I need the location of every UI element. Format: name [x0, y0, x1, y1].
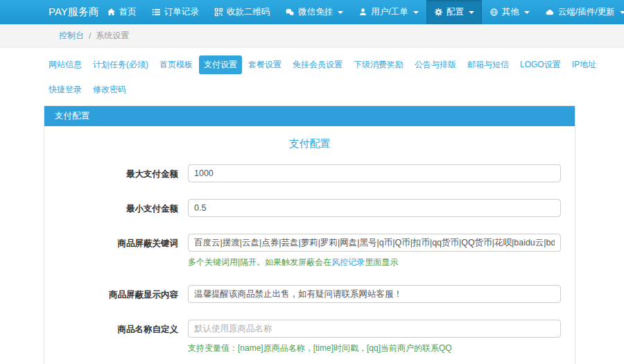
- tab-logo-settings[interactable]: LOGO设置: [515, 55, 566, 74]
- tab-email-sms[interactable]: 邮箱与短信: [462, 55, 514, 74]
- custom-product-name-help: 支持变量值：[name]原商品名称，[time]时间戳，[qq]当前商户的联系Q…: [188, 343, 561, 354]
- nav-item-label: 云端/插件/更新: [558, 6, 615, 18]
- tab-site-info[interactable]: 网站信息: [44, 55, 87, 74]
- panel-body: 支付配置 最大支付金额 最小支付金额 商品屏蔽关键词 多个关键词用|隔开。如果触…: [44, 126, 575, 364]
- globe-icon: [489, 8, 499, 17]
- nav-item-label: 首页: [119, 6, 137, 18]
- tab-home-template[interactable]: 首页模板: [155, 55, 198, 74]
- nav-item-orders[interactable]: 订单记录: [144, 0, 207, 24]
- tab-package-settings[interactable]: 套餐设置: [243, 55, 286, 74]
- field-row-blocked-message: 商品屏蔽显示内容: [51, 285, 568, 303]
- user-icon: [358, 8, 367, 17]
- field-row-blocked-keywords: 商品屏蔽关键词 多个关键词用|隔开。如果触发屏蔽会在风控记录里面显示: [51, 234, 568, 268]
- wechat-icon: [285, 8, 295, 17]
- nav-item-label: 微信免挂: [298, 6, 333, 18]
- tab-cron-tasks[interactable]: 计划任务(必须): [88, 55, 153, 74]
- field-row-min-amount: 最小支付金额: [51, 199, 568, 217]
- breadcrumb-separator: /: [89, 31, 91, 41]
- nav-item-label: 收款二维码: [227, 6, 270, 18]
- field-row-custom-product-name: 商品名称自定义 支持变量值：[name]原商品名称，[time]时间戳，[qq]…: [51, 320, 568, 354]
- field-label: 商品名称自定义: [51, 320, 188, 354]
- nav-item-users-tickets[interactable]: 用户/工单: [351, 0, 426, 24]
- chevron-down-icon: [469, 11, 474, 14]
- qrcode-icon: [214, 8, 223, 17]
- field-label: 商品屏蔽显示内容: [51, 285, 188, 303]
- brand-logo[interactable]: PAY服务商: [49, 0, 99, 24]
- tab-announcement-layout[interactable]: 公告与排版: [410, 55, 461, 74]
- chevron-down-icon: [620, 11, 624, 14]
- cloud-icon: [545, 8, 555, 17]
- chevron-down-icon: [413, 11, 419, 14]
- tab-change-password[interactable]: 修改密码: [88, 80, 131, 99]
- breadcrumb-current: 系统设置: [96, 30, 129, 42]
- field-label: 商品屏蔽关键词: [51, 234, 188, 268]
- payment-config-panel: 支付配置 支付配置 最大支付金额 最小支付金额 商品屏蔽关键词 多个关键词用|隔…: [44, 105, 575, 364]
- tab-referral-rewards[interactable]: 下级消费奖励: [349, 55, 408, 74]
- nav-item-wechat[interactable]: 微信免挂: [277, 0, 351, 24]
- panel-header: 支付配置: [44, 106, 575, 126]
- custom-product-name-input[interactable]: [188, 320, 561, 338]
- nav-item-others[interactable]: 其他: [482, 0, 537, 24]
- nav-item-home[interactable]: 首页: [99, 0, 144, 24]
- max-payment-amount-input[interactable]: [188, 164, 561, 182]
- risk-record-link[interactable]: 风控记录: [331, 257, 365, 267]
- top-navbar: PAY服务商 首页 订单记录 收款二维码 微信免挂 用户/工单: [0, 0, 624, 24]
- chevron-down-icon: [338, 11, 343, 14]
- field-label: 最大支付金额: [51, 164, 188, 182]
- tab-quick-login[interactable]: 快捷登录: [44, 80, 87, 99]
- field-label: 最小支付金额: [51, 199, 188, 217]
- blocked-message-input[interactable]: [188, 285, 561, 303]
- form-title: 支付配置: [51, 137, 568, 150]
- breadcrumb-home-link[interactable]: 控制台: [59, 30, 84, 42]
- nav-item-cloud-plugins[interactable]: 云端/插件/更新: [537, 0, 624, 24]
- nav-item-label: 订单记录: [164, 6, 199, 18]
- settings-tab-bar: 网站信息 计划任务(必须) 首页模板 支付设置 套餐设置 免挂会员设置 下级消费…: [44, 55, 605, 105]
- nav-item-config[interactable]: 配置: [426, 0, 482, 24]
- blocked-keywords-input[interactable]: [188, 234, 561, 252]
- nav-item-qrcode[interactable]: 收款二维码: [207, 0, 278, 24]
- nav-item-label: 配置: [447, 6, 464, 18]
- breadcrumb: 控制台 / 系统设置: [0, 24, 624, 48]
- field-row-max-amount: 最大支付金额: [51, 164, 568, 182]
- blocked-keywords-help: 多个关键词用|隔开。如果触发屏蔽会在风控记录里面显示: [188, 257, 561, 268]
- min-payment-amount-input[interactable]: [188, 199, 561, 217]
- list-icon: [152, 8, 161, 17]
- tab-payment-settings[interactable]: 支付设置: [199, 55, 242, 74]
- tab-ip-address[interactable]: IP地址: [567, 55, 601, 74]
- nav-item-label: 用户/工单: [371, 6, 408, 18]
- home-icon: [107, 8, 116, 17]
- tab-vip-settings[interactable]: 免挂会员设置: [288, 55, 347, 74]
- chevron-down-icon: [524, 11, 530, 14]
- nav-item-label: 其他: [502, 6, 519, 18]
- gear-icon: [434, 8, 443, 17]
